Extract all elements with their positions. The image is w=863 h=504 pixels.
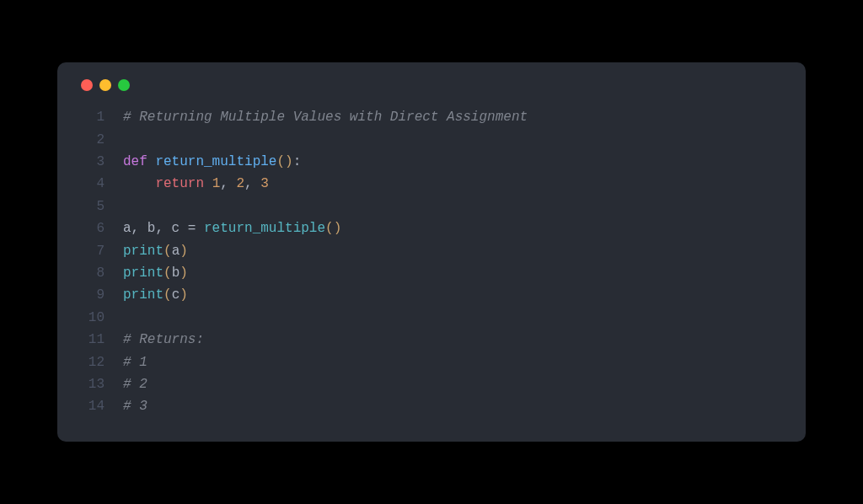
line-content: # 1 [123, 351, 147, 373]
line-content: print(b) [123, 262, 188, 284]
code-token: print [123, 265, 163, 281]
code-token: , [244, 176, 260, 191]
code-token: print [123, 244, 163, 259]
code-token [123, 176, 155, 191]
code-block: 1# Returning Multiple Values with Direct… [78, 106, 785, 417]
code-token: # 3 [123, 399, 147, 414]
code-token: def [123, 154, 155, 169]
code-token: ) [180, 287, 188, 303]
line-content: return 1, 2, 3 [123, 173, 269, 195]
code-line: 8print(b) [78, 262, 785, 284]
code-line: 13# 2 [78, 373, 785, 395]
line-number: 6 [78, 217, 105, 239]
close-icon[interactable] [81, 79, 93, 91]
line-number: 7 [78, 240, 105, 262]
code-token: print [123, 287, 163, 303]
code-token: () [325, 221, 341, 236]
code-token: return [155, 176, 212, 191]
line-content: print(a) [123, 240, 188, 262]
line-content: a, b, c = return_multiple() [123, 217, 341, 239]
code-token: ( [163, 265, 172, 281]
code-token: ) [180, 265, 188, 281]
line-content: # 2 [123, 373, 147, 395]
code-token: ( [163, 244, 172, 259]
line-number: 10 [78, 307, 105, 329]
line-content: # 3 [123, 395, 147, 417]
line-number: 9 [78, 284, 105, 306]
code-line: 12# 1 [78, 351, 785, 373]
traffic-lights [81, 79, 785, 91]
line-content: print(c) [123, 284, 188, 306]
code-token: return_multiple [155, 154, 276, 169]
code-token: b [172, 265, 180, 281]
code-token: # Returning Multiple Values with Direct … [123, 110, 528, 125]
line-number: 4 [78, 173, 105, 195]
line-number: 5 [78, 196, 105, 217]
line-number: 12 [78, 351, 105, 373]
code-token: # 1 [123, 355, 147, 370]
code-token: a [172, 244, 180, 259]
line-number: 1 [78, 106, 105, 128]
code-token: , [220, 176, 236, 191]
code-token: () [276, 154, 292, 169]
code-token: a, b, c [123, 221, 188, 236]
line-number: 8 [78, 262, 105, 284]
code-token: c [172, 287, 180, 303]
code-token: # Returns: [123, 332, 204, 347]
code-token: 1 [212, 176, 221, 191]
code-token: return_multiple [204, 221, 325, 236]
line-content [123, 307, 131, 329]
line-content: def return_multiple(): [123, 151, 301, 173]
code-token: # 2 [123, 377, 147, 392]
code-token: ( [163, 287, 172, 303]
code-token: = [188, 221, 204, 236]
code-line: 11# Returns: [78, 329, 785, 351]
line-number: 13 [78, 373, 105, 395]
code-line: 3def return_multiple(): [78, 151, 785, 173]
code-line: 2 [78, 129, 785, 151]
code-line: 6a, b, c = return_multiple() [78, 217, 785, 239]
line-content [123, 129, 131, 151]
code-line: 10 [78, 307, 785, 329]
line-content [123, 196, 131, 217]
code-token: : [293, 154, 302, 169]
code-token: 2 [236, 176, 244, 191]
code-token: 3 [260, 176, 269, 191]
code-token: ) [180, 244, 188, 259]
code-window: 1# Returning Multiple Values with Direct… [57, 62, 806, 441]
line-content: # Returns: [123, 329, 204, 351]
line-content: # Returning Multiple Values with Direct … [123, 106, 528, 128]
minimize-icon[interactable] [99, 79, 111, 91]
code-line: 5 [78, 196, 785, 217]
maximize-icon[interactable] [118, 79, 130, 91]
line-number: 2 [78, 129, 105, 151]
code-line: 7print(a) [78, 240, 785, 262]
code-line: 1# Returning Multiple Values with Direct… [78, 106, 785, 128]
line-number: 3 [78, 151, 105, 173]
line-number: 11 [78, 329, 105, 351]
code-line: 14# 3 [78, 395, 785, 417]
code-line: 9print(c) [78, 284, 785, 306]
code-line: 4 return 1, 2, 3 [78, 173, 785, 195]
line-number: 14 [78, 395, 105, 417]
